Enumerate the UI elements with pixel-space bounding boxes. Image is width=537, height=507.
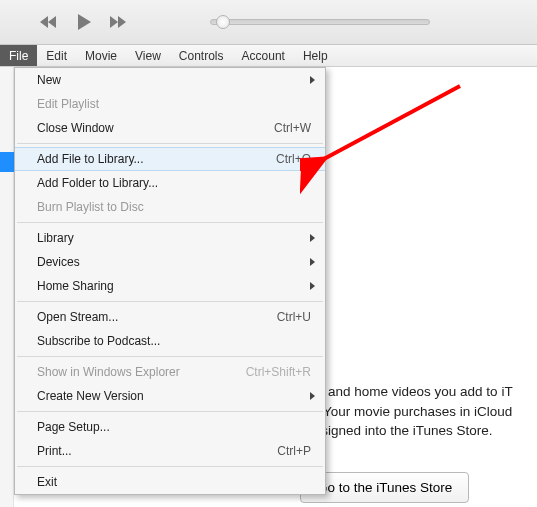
menu-separator (17, 466, 323, 467)
menuitem-label: Close Window (37, 121, 114, 135)
menuitem-open-stream[interactable]: Open Stream... Ctrl+U (15, 305, 325, 329)
menuitem-subscribe[interactable]: Subscribe to Podcast... (15, 329, 325, 353)
submenu-arrow-icon (310, 282, 315, 290)
menuitem-library[interactable]: Library (15, 226, 325, 250)
menuitem-label: Subscribe to Podcast... (37, 334, 160, 348)
next-track-icon[interactable] (108, 14, 130, 30)
menuitem-label: Burn Playlist to Disc (37, 200, 144, 214)
menuitem-add-folder[interactable]: Add Folder to Library... (15, 171, 325, 195)
menu-separator (17, 143, 323, 144)
prev-track-icon[interactable] (38, 14, 60, 30)
menuitem-label: New (37, 73, 61, 87)
menuitem-label: Edit Playlist (37, 97, 99, 111)
menu-separator (17, 411, 323, 412)
sidebar-selection (0, 152, 14, 172)
menuitem-edit-playlist: Edit Playlist (15, 92, 325, 116)
menuitem-devices[interactable]: Devices (15, 250, 325, 274)
seek-thumb[interactable] (216, 15, 230, 29)
menuitem-exit[interactable]: Exit (15, 470, 325, 494)
menu-separator (17, 356, 323, 357)
submenu-arrow-icon (310, 234, 315, 242)
menuitem-label: Create New Version (37, 389, 144, 403)
play-icon[interactable] (74, 12, 94, 32)
menu-controls[interactable]: Controls (170, 45, 233, 66)
menu-view[interactable]: View (126, 45, 170, 66)
shortcut-text: Ctrl+U (277, 310, 311, 324)
menuitem-label: Add Folder to Library... (37, 176, 158, 190)
menuitem-create-version[interactable]: Create New Version (15, 384, 325, 408)
menuitem-new[interactable]: New (15, 68, 325, 92)
body-line: y. Your movie purchases in iCloud (310, 404, 512, 419)
menuitem-burn: Burn Playlist to Disc (15, 195, 325, 219)
menuitem-label: Devices (37, 255, 80, 269)
page-description: es and home videos you add to iT y. Your… (310, 382, 531, 441)
menuitem-page-setup[interactable]: Page Setup... (15, 415, 325, 439)
menuitem-label: Page Setup... (37, 420, 110, 434)
shortcut-text: Ctrl+O (276, 152, 311, 166)
submenu-arrow-icon (310, 258, 315, 266)
submenu-arrow-icon (310, 76, 315, 84)
file-menu-dropdown: New Edit Playlist Close Window Ctrl+W Ad… (14, 67, 326, 495)
shortcut-text: Ctrl+Shift+R (246, 365, 311, 379)
menubar: File Edit Movie View Controls Account He… (0, 45, 537, 67)
menuitem-print[interactable]: Print... Ctrl+P (15, 439, 325, 463)
menuitem-label: Library (37, 231, 74, 245)
menu-file[interactable]: File (0, 45, 37, 66)
menuitem-label: Open Stream... (37, 310, 118, 324)
playback-controls (38, 12, 130, 32)
menuitem-add-file[interactable]: Add File to Library... Ctrl+O (15, 147, 325, 171)
menu-edit[interactable]: Edit (37, 45, 76, 66)
menu-help[interactable]: Help (294, 45, 337, 66)
menu-separator (17, 301, 323, 302)
menuitem-label: Add File to Library... (37, 152, 144, 166)
shortcut-text: Ctrl+P (277, 444, 311, 458)
menu-account[interactable]: Account (233, 45, 294, 66)
sidebar (0, 67, 14, 507)
menuitem-close-window[interactable]: Close Window Ctrl+W (15, 116, 325, 140)
body-line: es and home videos you add to iT (310, 384, 513, 399)
playback-toolbar (0, 0, 537, 45)
menuitem-label: Exit (37, 475, 57, 489)
menuitem-label: Home Sharing (37, 279, 114, 293)
menu-separator (17, 222, 323, 223)
shortcut-text: Ctrl+W (274, 121, 311, 135)
submenu-arrow-icon (310, 392, 315, 400)
body-line: e signed into the iTunes Store. (310, 423, 493, 438)
menu-movie[interactable]: Movie (76, 45, 126, 66)
menuitem-show-explorer: Show in Windows Explorer Ctrl+Shift+R (15, 360, 325, 384)
seek-slider[interactable] (210, 19, 430, 25)
menuitem-label: Print... (37, 444, 72, 458)
menuitem-label: Show in Windows Explorer (37, 365, 180, 379)
menuitem-home-sharing[interactable]: Home Sharing (15, 274, 325, 298)
